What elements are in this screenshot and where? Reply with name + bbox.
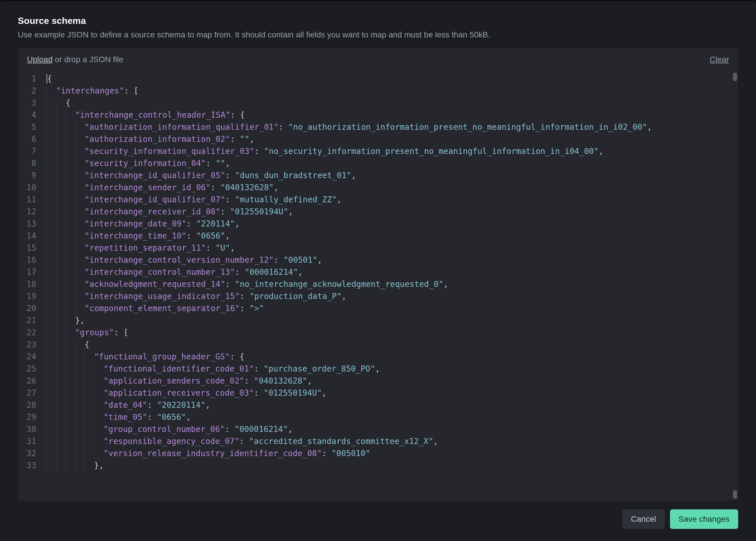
code-line[interactable]: "functional_identifier_code_01": "purcha… (47, 363, 738, 375)
line-number: 22 (18, 326, 36, 339)
line-number: 6 (18, 133, 36, 145)
line-number: 13 (18, 218, 36, 230)
code-line[interactable]: { (47, 73, 738, 85)
code-line[interactable]: { (47, 339, 738, 351)
code-line[interactable]: "interchange_control_number_13": "000016… (47, 266, 738, 278)
line-number: 7 (18, 145, 36, 158)
line-number: 28 (18, 399, 36, 411)
code-line[interactable]: "security_information_qualifier_03": "no… (47, 145, 738, 158)
line-number: 25 (18, 363, 36, 375)
modal-subtitle: Use example JSON to define a source sche… (18, 30, 738, 39)
line-number: 29 (18, 411, 36, 423)
clear-link[interactable]: Clear (710, 55, 729, 64)
line-number: 14 (18, 230, 36, 242)
line-number: 3 (18, 97, 36, 109)
code-line[interactable]: "acknowledgment_requested_14": "no_inter… (47, 278, 738, 290)
source-schema-modal: Source schema Use example JSON to define… (0, 1, 756, 541)
code-line[interactable]: "application_senders_code_02": "04013262… (47, 375, 738, 387)
editor-panel: Upload or drop a JSON file Clear 1234567… (18, 48, 738, 501)
code-line[interactable]: "interchange_usage_indicator_15": "produ… (47, 290, 738, 302)
code-line[interactable]: "interchange_receiver_id_08": "012550194… (47, 206, 738, 218)
line-number: 20 (18, 302, 36, 314)
json-editor[interactable]: 1234567891011121314151617181920212223242… (18, 71, 738, 501)
code-line[interactable]: "groups": [ (47, 326, 738, 339)
code-line[interactable]: "date_04": "20220114", (47, 399, 738, 411)
line-number: 9 (18, 170, 36, 182)
code-line[interactable]: "interchange_id_qualifier_05": "duns_dun… (47, 170, 738, 182)
line-number: 32 (18, 447, 36, 460)
line-number: 26 (18, 375, 36, 387)
line-number: 16 (18, 254, 36, 266)
code-line[interactable]: "application_receivers_code_03": "012550… (47, 387, 738, 399)
line-number: 17 (18, 266, 36, 278)
upload-suffix: or drop a JSON file (53, 55, 124, 64)
code-line[interactable]: "authorization_information_02": "", (47, 133, 738, 145)
code-line[interactable]: "interchange_control_header_ISA": { (47, 109, 738, 121)
line-number: 12 (18, 206, 36, 218)
code-line[interactable]: "group_control_number_06": "000016214", (47, 423, 738, 435)
line-number: 30 (18, 423, 36, 435)
code-line[interactable]: "interchange_sender_id_06": "040132628", (47, 182, 738, 194)
code-line[interactable]: "interchange_control_version_number_12":… (47, 254, 738, 266)
scroll-thumb[interactable] (733, 490, 737, 498)
code-line[interactable]: "time_05": "0656", (47, 411, 738, 423)
line-number: 10 (18, 182, 36, 194)
line-number: 8 (18, 158, 36, 170)
code-line[interactable]: "interchange_time_10": "0656", (47, 230, 738, 242)
line-number: 4 (18, 109, 36, 121)
cancel-button[interactable]: Cancel (622, 509, 664, 529)
code-line[interactable]: "interchanges": [ (47, 85, 738, 97)
editor-scrollbar[interactable] (733, 73, 737, 498)
line-number: 23 (18, 339, 36, 351)
code-line[interactable]: "security_information_04": "", (47, 158, 738, 170)
upload-area[interactable]: Upload or drop a JSON file (27, 55, 124, 64)
scroll-thumb[interactable] (733, 73, 737, 81)
code-line[interactable]: "authorization_information_qualifier_01"… (47, 121, 738, 133)
panel-toolbar: Upload or drop a JSON file Clear (18, 48, 738, 71)
line-number: 1 (18, 73, 36, 85)
code-line[interactable]: "interchange_date_09": "220114", (47, 218, 738, 230)
line-number: 18 (18, 278, 36, 290)
code-line[interactable]: "version_release_industry_identifier_cod… (47, 447, 738, 460)
line-number: 15 (18, 242, 36, 254)
code-line[interactable]: "component_element_separator_16": ">" (47, 302, 738, 314)
code-line[interactable]: "responsible_agency_code_07": "accredite… (47, 435, 738, 447)
line-gutter: 1234567891011121314151617181920212223242… (18, 73, 47, 501)
line-number: 27 (18, 387, 36, 399)
line-number: 21 (18, 314, 36, 326)
line-number: 19 (18, 290, 36, 302)
upload-link[interactable]: Upload (27, 55, 53, 64)
code-line[interactable]: "interchange_id_qualifier_07": "mutually… (47, 194, 738, 206)
code-line[interactable]: "functional_group_header_GS": { (47, 351, 738, 363)
line-number: 2 (18, 85, 36, 97)
code-area[interactable]: {"interchanges": [{"interchange_control_… (47, 73, 738, 501)
line-number: 11 (18, 194, 36, 206)
line-number: 24 (18, 351, 36, 363)
code-line[interactable]: }, (47, 314, 738, 326)
line-number: 33 (18, 460, 36, 472)
code-line[interactable]: }, (47, 460, 738, 472)
code-line[interactable]: { (47, 97, 738, 109)
line-number: 5 (18, 121, 36, 133)
save-button[interactable]: Save changes (670, 509, 738, 529)
code-line[interactable]: "repetition_separator_11": "U", (47, 242, 738, 254)
modal-footer: Cancel Save changes (18, 501, 738, 529)
line-number: 31 (18, 435, 36, 447)
modal-title: Source schema (18, 16, 738, 26)
